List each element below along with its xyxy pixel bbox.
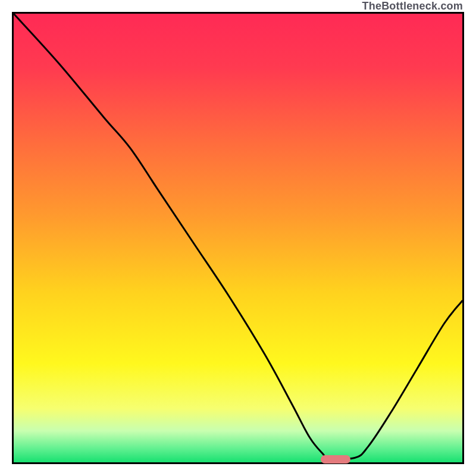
watermark: TheBottleneck.com <box>362 0 463 12</box>
gradient-background <box>14 14 462 462</box>
chart-canvas <box>14 14 462 462</box>
optimum-marker <box>321 455 350 464</box>
